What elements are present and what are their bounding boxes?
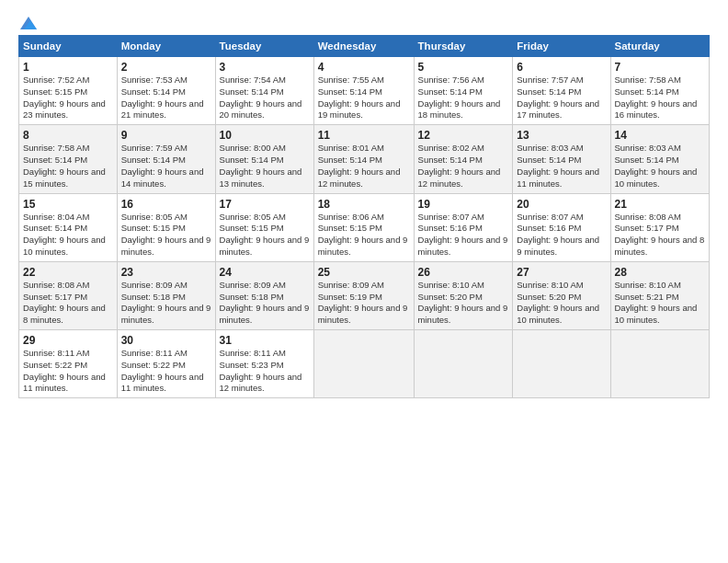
weekday-header: Thursday	[414, 36, 513, 57]
day-number: 4	[318, 61, 410, 74]
day-number: 7	[615, 61, 706, 74]
calendar-header-row: SundayMondayTuesdayWednesdayThursdayFrid…	[19, 36, 710, 57]
day-info: Sunrise: 8:11 AMSunset: 5:23 PMDaylight:…	[220, 348, 310, 395]
day-info: Sunrise: 8:11 AMSunset: 5:22 PMDaylight:…	[121, 348, 211, 395]
calendar-table: SundayMondayTuesdayWednesdayThursdayFrid…	[18, 35, 710, 398]
logo	[18, 17, 37, 29]
calendar-day-cell: 2 Sunrise: 7:53 AMSunset: 5:14 PMDayligh…	[117, 57, 215, 125]
day-number: 13	[517, 129, 606, 142]
calendar-week-row: 1 Sunrise: 7:52 AMSunset: 5:15 PMDayligh…	[19, 57, 710, 125]
day-number: 5	[418, 61, 509, 74]
day-number: 2	[121, 61, 211, 74]
day-number: 21	[615, 198, 706, 211]
calendar-day-cell: 28 Sunrise: 8:10 AMSunset: 5:21 PMDaylig…	[610, 261, 710, 329]
calendar-day-cell: 22 Sunrise: 8:08 AMSunset: 5:17 PMDaylig…	[19, 261, 118, 329]
day-info: Sunrise: 8:07 AMSunset: 5:16 PMDaylight:…	[418, 212, 509, 259]
day-info: Sunrise: 7:52 AMSunset: 5:15 PMDaylight:…	[23, 75, 113, 121]
day-info: Sunrise: 8:09 AMSunset: 5:18 PMDaylight:…	[121, 280, 211, 327]
day-number: 29	[23, 334, 113, 347]
calendar-day-cell: 13 Sunrise: 8:03 AMSunset: 5:14 PMDaylig…	[513, 125, 610, 193]
day-number: 22	[23, 266, 113, 279]
calendar-day-cell: 5 Sunrise: 7:56 AMSunset: 5:14 PMDayligh…	[414, 57, 513, 125]
calendar-day-cell	[513, 330, 610, 398]
day-number: 28	[615, 266, 706, 279]
day-number: 27	[517, 266, 606, 279]
day-number: 10	[220, 129, 310, 142]
day-number: 24	[220, 266, 310, 279]
day-number: 8	[23, 129, 113, 142]
day-info: Sunrise: 8:02 AMSunset: 5:14 PMDaylight:…	[418, 143, 509, 190]
day-number: 15	[23, 198, 113, 211]
day-info: Sunrise: 8:10 AMSunset: 5:20 PMDaylight:…	[517, 280, 606, 327]
day-info: Sunrise: 7:59 AMSunset: 5:14 PMDaylight:…	[121, 143, 211, 190]
calendar-day-cell: 15 Sunrise: 8:04 AMSunset: 5:14 PMDaylig…	[19, 193, 118, 261]
day-info: Sunrise: 8:07 AMSunset: 5:16 PMDaylight:…	[517, 212, 606, 259]
calendar-day-cell: 31 Sunrise: 8:11 AMSunset: 5:23 PMDaylig…	[215, 330, 313, 398]
day-info: Sunrise: 7:58 AMSunset: 5:14 PMDaylight:…	[23, 143, 113, 190]
day-info: Sunrise: 7:55 AMSunset: 5:14 PMDaylight:…	[318, 75, 410, 121]
calendar-day-cell: 10 Sunrise: 8:00 AMSunset: 5:14 PMDaylig…	[215, 125, 313, 193]
day-info: Sunrise: 8:04 AMSunset: 5:14 PMDaylight:…	[23, 212, 113, 259]
day-info: Sunrise: 8:00 AMSunset: 5:14 PMDaylight:…	[220, 143, 310, 190]
calendar-day-cell: 6 Sunrise: 7:57 AMSunset: 5:14 PMDayligh…	[513, 57, 610, 125]
day-number: 17	[220, 198, 310, 211]
day-info: Sunrise: 8:01 AMSunset: 5:14 PMDaylight:…	[318, 143, 410, 190]
calendar-day-cell: 23 Sunrise: 8:09 AMSunset: 5:18 PMDaylig…	[117, 261, 215, 329]
day-number: 9	[121, 129, 211, 142]
calendar-week-row: 22 Sunrise: 8:08 AMSunset: 5:17 PMDaylig…	[19, 261, 710, 329]
calendar-day-cell: 3 Sunrise: 7:54 AMSunset: 5:14 PMDayligh…	[215, 57, 313, 125]
calendar-day-cell: 27 Sunrise: 8:10 AMSunset: 5:20 PMDaylig…	[513, 261, 610, 329]
day-info: Sunrise: 7:54 AMSunset: 5:14 PMDaylight:…	[220, 75, 310, 121]
calendar-day-cell: 9 Sunrise: 7:59 AMSunset: 5:14 PMDayligh…	[117, 125, 215, 193]
day-info: Sunrise: 8:10 AMSunset: 5:21 PMDaylight:…	[615, 280, 706, 327]
day-info: Sunrise: 8:03 AMSunset: 5:14 PMDaylight:…	[615, 143, 706, 190]
calendar-day-cell: 19 Sunrise: 8:07 AMSunset: 5:16 PMDaylig…	[414, 193, 513, 261]
calendar-week-row: 29 Sunrise: 8:11 AMSunset: 5:22 PMDaylig…	[19, 330, 710, 398]
day-info: Sunrise: 8:10 AMSunset: 5:20 PMDaylight:…	[418, 280, 509, 327]
calendar-day-cell: 7 Sunrise: 7:58 AMSunset: 5:14 PMDayligh…	[610, 57, 710, 125]
day-info: Sunrise: 8:06 AMSunset: 5:15 PMDaylight:…	[318, 212, 410, 259]
day-info: Sunrise: 7:53 AMSunset: 5:14 PMDaylight:…	[121, 75, 211, 121]
calendar-day-cell: 4 Sunrise: 7:55 AMSunset: 5:14 PMDayligh…	[313, 57, 414, 125]
weekday-header: Friday	[513, 36, 610, 57]
day-info: Sunrise: 8:08 AMSunset: 5:17 PMDaylight:…	[615, 212, 706, 259]
day-number: 31	[220, 334, 310, 347]
calendar-day-cell: 20 Sunrise: 8:07 AMSunset: 5:16 PMDaylig…	[513, 193, 610, 261]
day-number: 19	[418, 198, 509, 211]
calendar-day-cell	[610, 330, 710, 398]
calendar-day-cell: 11 Sunrise: 8:01 AMSunset: 5:14 PMDaylig…	[313, 125, 414, 193]
calendar-day-cell	[414, 330, 513, 398]
day-number: 14	[615, 129, 706, 142]
day-number: 11	[318, 129, 410, 142]
weekday-header: Wednesday	[313, 36, 414, 57]
calendar-week-row: 8 Sunrise: 7:58 AMSunset: 5:14 PMDayligh…	[19, 125, 710, 193]
calendar-day-cell: 18 Sunrise: 8:06 AMSunset: 5:15 PMDaylig…	[313, 193, 414, 261]
day-number: 18	[318, 198, 410, 211]
day-number: 1	[23, 61, 113, 74]
calendar-day-cell: 1 Sunrise: 7:52 AMSunset: 5:15 PMDayligh…	[19, 57, 118, 125]
calendar-day-cell: 14 Sunrise: 8:03 AMSunset: 5:14 PMDaylig…	[610, 125, 710, 193]
day-info: Sunrise: 8:08 AMSunset: 5:17 PMDaylight:…	[23, 280, 113, 327]
calendar-day-cell: 21 Sunrise: 8:08 AMSunset: 5:17 PMDaylig…	[610, 193, 710, 261]
day-info: Sunrise: 8:09 AMSunset: 5:19 PMDaylight:…	[318, 280, 410, 327]
calendar-day-cell: 17 Sunrise: 8:05 AMSunset: 5:15 PMDaylig…	[215, 193, 313, 261]
calendar-day-cell: 30 Sunrise: 8:11 AMSunset: 5:22 PMDaylig…	[117, 330, 215, 398]
day-number: 26	[418, 266, 509, 279]
day-info: Sunrise: 8:05 AMSunset: 5:15 PMDaylight:…	[121, 212, 211, 259]
day-number: 12	[418, 129, 509, 142]
day-info: Sunrise: 8:05 AMSunset: 5:15 PMDaylight:…	[220, 212, 310, 259]
calendar-day-cell: 26 Sunrise: 8:10 AMSunset: 5:20 PMDaylig…	[414, 261, 513, 329]
calendar-day-cell: 12 Sunrise: 8:02 AMSunset: 5:14 PMDaylig…	[414, 125, 513, 193]
calendar-week-row: 15 Sunrise: 8:04 AMSunset: 5:14 PMDaylig…	[19, 193, 710, 261]
day-number: 6	[517, 61, 606, 74]
calendar-day-cell: 24 Sunrise: 8:09 AMSunset: 5:18 PMDaylig…	[215, 261, 313, 329]
calendar-day-cell: 8 Sunrise: 7:58 AMSunset: 5:14 PMDayligh…	[19, 125, 118, 193]
logo-icon	[20, 17, 37, 29]
day-info: Sunrise: 7:58 AMSunset: 5:14 PMDaylight:…	[615, 75, 706, 121]
weekday-header: Monday	[117, 36, 215, 57]
weekday-header: Sunday	[19, 36, 118, 57]
weekday-header: Saturday	[610, 36, 710, 57]
day-info: Sunrise: 7:56 AMSunset: 5:14 PMDaylight:…	[418, 75, 509, 121]
header	[18, 17, 710, 29]
page: SundayMondayTuesdayWednesdayThursdayFrid…	[0, 0, 728, 563]
